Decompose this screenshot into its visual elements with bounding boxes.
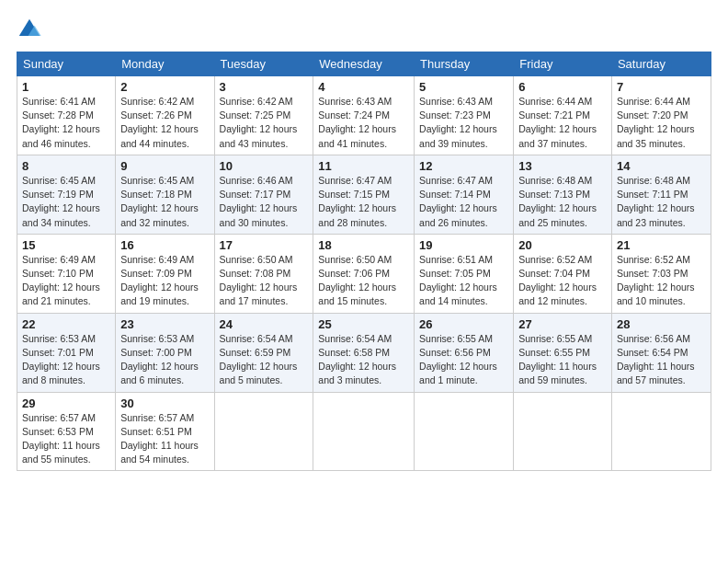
calendar-day-cell: 23Sunrise: 6:53 AMSunset: 7:00 PMDayligh…	[116, 313, 214, 392]
calendar-day-cell	[611, 392, 711, 471]
calendar-day-cell: 7Sunrise: 6:44 AMSunset: 7:20 PMDaylight…	[611, 76, 711, 155]
calendar-body: 1Sunrise: 6:41 AMSunset: 7:28 PMDaylight…	[17, 76, 711, 471]
day-info: Sunrise: 6:50 AMSunset: 7:06 PMDaylight:…	[318, 253, 409, 309]
day-number: 18	[318, 238, 409, 252]
calendar-day-cell: 16Sunrise: 6:49 AMSunset: 7:09 PMDayligh…	[116, 234, 214, 313]
calendar-day-cell: 8Sunrise: 6:45 AMSunset: 7:19 PMDaylight…	[17, 155, 116, 234]
day-number: 3	[220, 80, 309, 94]
calendar-day-cell: 4Sunrise: 6:43 AMSunset: 7:24 PMDaylight…	[313, 76, 415, 155]
day-info: Sunrise: 6:53 AMSunset: 7:00 PMDaylight:…	[120, 332, 209, 388]
day-number: 9	[120, 159, 209, 173]
calendar-day-cell: 26Sunrise: 6:55 AMSunset: 6:56 PMDayligh…	[415, 313, 514, 392]
day-number: 27	[518, 317, 607, 331]
day-info: Sunrise: 6:57 AMSunset: 6:51 PMDaylight:…	[120, 411, 209, 467]
calendar-day-cell: 10Sunrise: 6:46 AMSunset: 7:17 PMDayligh…	[214, 155, 313, 234]
calendar-day-cell: 17Sunrise: 6:50 AMSunset: 7:08 PMDayligh…	[214, 234, 313, 313]
day-number: 4	[318, 80, 409, 94]
calendar-header-cell: Monday	[116, 52, 214, 76]
day-info: Sunrise: 6:52 AMSunset: 7:04 PMDaylight:…	[518, 253, 607, 309]
day-number: 22	[22, 317, 110, 331]
day-number: 19	[419, 238, 508, 252]
day-number: 11	[318, 159, 409, 173]
calendar-day-cell: 25Sunrise: 6:54 AMSunset: 6:58 PMDayligh…	[313, 313, 415, 392]
day-info: Sunrise: 6:48 AMSunset: 7:11 PMDaylight:…	[617, 174, 706, 230]
day-info: Sunrise: 6:41 AMSunset: 7:28 PMDaylight:…	[22, 95, 110, 151]
calendar-day-cell: 18Sunrise: 6:50 AMSunset: 7:06 PMDayligh…	[313, 234, 415, 313]
calendar-day-cell: 22Sunrise: 6:53 AMSunset: 7:01 PMDayligh…	[17, 313, 116, 392]
day-info: Sunrise: 6:49 AMSunset: 7:10 PMDaylight:…	[22, 253, 110, 309]
calendar-week-row: 22Sunrise: 6:53 AMSunset: 7:01 PMDayligh…	[17, 313, 711, 392]
day-number: 1	[22, 80, 110, 94]
day-info: Sunrise: 6:55 AMSunset: 6:55 PMDaylight:…	[518, 332, 607, 388]
day-number: 24	[220, 317, 309, 331]
calendar-day-cell: 30Sunrise: 6:57 AMSunset: 6:51 PMDayligh…	[116, 392, 214, 471]
header	[17, 17, 711, 42]
day-number: 21	[617, 238, 706, 252]
day-info: Sunrise: 6:54 AMSunset: 6:58 PMDaylight:…	[318, 332, 409, 388]
day-info: Sunrise: 6:50 AMSunset: 7:08 PMDaylight:…	[220, 253, 309, 309]
day-info: Sunrise: 6:57 AMSunset: 6:53 PMDaylight:…	[22, 411, 110, 467]
calendar-day-cell: 6Sunrise: 6:44 AMSunset: 7:21 PMDaylight…	[514, 76, 612, 155]
day-info: Sunrise: 6:48 AMSunset: 7:13 PMDaylight:…	[518, 174, 607, 230]
calendar-day-cell	[313, 392, 415, 471]
calendar-day-cell: 29Sunrise: 6:57 AMSunset: 6:53 PMDayligh…	[17, 392, 116, 471]
calendar-header-cell: Sunday	[17, 52, 116, 76]
calendar-day-cell: 5Sunrise: 6:43 AMSunset: 7:23 PMDaylight…	[415, 76, 514, 155]
calendar-day-cell	[214, 392, 313, 471]
logo	[17, 17, 46, 42]
day-number: 7	[617, 80, 706, 94]
calendar-header-cell: Wednesday	[313, 52, 415, 76]
page: SundayMondayTuesdayWednesdayThursdayFrid…	[0, 0, 728, 563]
day-info: Sunrise: 6:51 AMSunset: 7:05 PMDaylight:…	[419, 253, 508, 309]
day-info: Sunrise: 6:42 AMSunset: 7:26 PMDaylight:…	[120, 95, 209, 151]
calendar-day-cell	[415, 392, 514, 471]
day-number: 14	[617, 159, 706, 173]
calendar-table: SundayMondayTuesdayWednesdayThursdayFrid…	[17, 52, 711, 471]
day-info: Sunrise: 6:44 AMSunset: 7:21 PMDaylight:…	[518, 95, 607, 151]
day-info: Sunrise: 6:43 AMSunset: 7:23 PMDaylight:…	[419, 95, 508, 151]
day-info: Sunrise: 6:42 AMSunset: 7:25 PMDaylight:…	[220, 95, 309, 151]
calendar-week-row: 15Sunrise: 6:49 AMSunset: 7:10 PMDayligh…	[17, 234, 711, 313]
calendar-day-cell: 20Sunrise: 6:52 AMSunset: 7:04 PMDayligh…	[514, 234, 612, 313]
calendar-header-cell: Saturday	[611, 52, 711, 76]
calendar-day-cell: 14Sunrise: 6:48 AMSunset: 7:11 PMDayligh…	[611, 155, 711, 234]
day-info: Sunrise: 6:45 AMSunset: 7:18 PMDaylight:…	[120, 174, 209, 230]
day-number: 17	[220, 238, 309, 252]
day-number: 30	[120, 396, 209, 410]
day-number: 26	[419, 317, 508, 331]
calendar-day-cell: 3Sunrise: 6:42 AMSunset: 7:25 PMDaylight…	[214, 76, 313, 155]
day-number: 16	[120, 238, 209, 252]
day-info: Sunrise: 6:52 AMSunset: 7:03 PMDaylight:…	[617, 253, 706, 309]
calendar-day-cell: 2Sunrise: 6:42 AMSunset: 7:26 PMDaylight…	[116, 76, 214, 155]
day-info: Sunrise: 6:47 AMSunset: 7:14 PMDaylight:…	[419, 174, 508, 230]
calendar-header-cell: Friday	[514, 52, 612, 76]
calendar-day-cell: 1Sunrise: 6:41 AMSunset: 7:28 PMDaylight…	[17, 76, 116, 155]
day-info: Sunrise: 6:46 AMSunset: 7:17 PMDaylight:…	[220, 174, 309, 230]
calendar-day-cell	[514, 392, 612, 471]
calendar-day-cell: 9Sunrise: 6:45 AMSunset: 7:18 PMDaylight…	[116, 155, 214, 234]
calendar-day-cell: 24Sunrise: 6:54 AMSunset: 6:59 PMDayligh…	[214, 313, 313, 392]
day-number: 10	[220, 159, 309, 173]
calendar-day-cell: 13Sunrise: 6:48 AMSunset: 7:13 PMDayligh…	[514, 155, 612, 234]
calendar-day-cell: 28Sunrise: 6:56 AMSunset: 6:54 PMDayligh…	[611, 313, 711, 392]
calendar-day-cell: 12Sunrise: 6:47 AMSunset: 7:14 PMDayligh…	[415, 155, 514, 234]
day-info: Sunrise: 6:55 AMSunset: 6:56 PMDaylight:…	[419, 332, 508, 388]
calendar-header-cell: Thursday	[415, 52, 514, 76]
calendar-day-cell: 11Sunrise: 6:47 AMSunset: 7:15 PMDayligh…	[313, 155, 415, 234]
day-info: Sunrise: 6:54 AMSunset: 6:59 PMDaylight:…	[220, 332, 309, 388]
calendar-day-cell: 19Sunrise: 6:51 AMSunset: 7:05 PMDayligh…	[415, 234, 514, 313]
calendar-day-cell: 27Sunrise: 6:55 AMSunset: 6:55 PMDayligh…	[514, 313, 612, 392]
day-info: Sunrise: 6:47 AMSunset: 7:15 PMDaylight:…	[318, 174, 409, 230]
calendar-header-cell: Tuesday	[214, 52, 313, 76]
day-number: 6	[518, 80, 607, 94]
day-number: 5	[419, 80, 508, 94]
day-info: Sunrise: 6:43 AMSunset: 7:24 PMDaylight:…	[318, 95, 409, 151]
day-number: 25	[318, 317, 409, 331]
calendar-header-row: SundayMondayTuesdayWednesdayThursdayFrid…	[17, 52, 711, 76]
day-number: 2	[120, 80, 209, 94]
day-number: 28	[617, 317, 706, 331]
calendar-week-row: 8Sunrise: 6:45 AMSunset: 7:19 PMDaylight…	[17, 155, 711, 234]
day-number: 12	[419, 159, 508, 173]
day-info: Sunrise: 6:45 AMSunset: 7:19 PMDaylight:…	[22, 174, 110, 230]
day-number: 23	[120, 317, 209, 331]
